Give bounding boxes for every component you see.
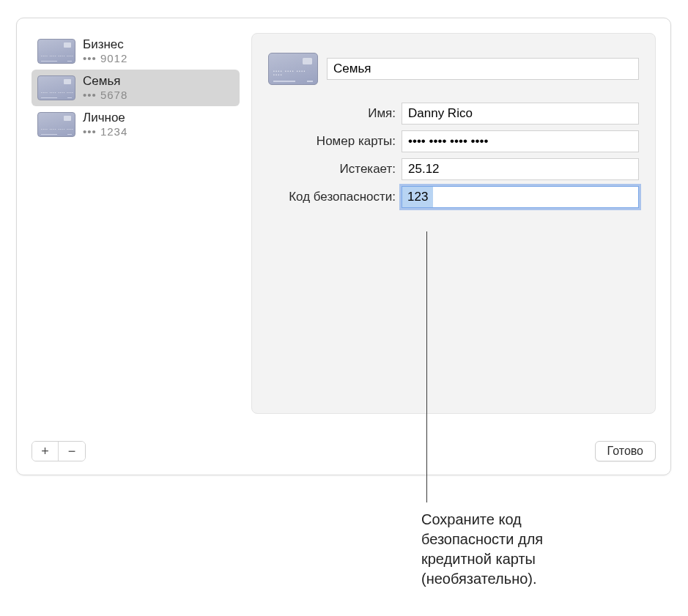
card-info: Личное ••• 1234 (83, 111, 127, 138)
security-code-wrap: 123 (402, 186, 639, 208)
card-form: Имя: Номер карты: Истекает: Код безопасн… (268, 103, 639, 208)
detail-header: •••• •••• •••• •••• (268, 53, 639, 85)
credit-card-icon: •••• •••• •••• •••• (37, 112, 75, 137)
security-code-label: Код безопасности: (268, 190, 396, 204)
remove-button[interactable]: − (59, 442, 85, 461)
expires-label: Истекает: (268, 162, 396, 177)
card-last4: ••• 9012 (83, 52, 127, 65)
card-last4: ••• 1234 (83, 125, 127, 138)
card-list-sidebar: •••• •••• •••• •••• Бизнес ••• 9012 ••••… (32, 33, 240, 414)
card-info: Бизнес ••• 9012 (83, 37, 127, 65)
name-label: Имя: (268, 106, 396, 121)
expires-input[interactable] (402, 158, 639, 180)
plus-icon: + (41, 444, 49, 459)
card-detail-panel: •••• •••• •••• •••• Имя: Номер карты: Ис… (251, 33, 656, 414)
card-list-item[interactable]: •••• •••• •••• •••• Личное ••• 1234 (32, 106, 240, 143)
bottom-bar: + − Готово (32, 441, 656, 461)
credit-card-icon: •••• •••• •••• •••• (268, 53, 318, 85)
callout-leader-line (426, 231, 427, 502)
add-remove-group: + − (32, 441, 86, 461)
credit-card-dialog: •••• •••• •••• •••• Бизнес ••• 9012 ••••… (16, 18, 671, 475)
add-button[interactable]: + (32, 442, 59, 461)
card-name: Семья (83, 74, 127, 89)
card-info: Семья ••• 5678 (83, 74, 127, 102)
main-area: •••• •••• •••• •••• Бизнес ••• 9012 ••••… (17, 18, 670, 414)
card-name: Бизнес (83, 37, 127, 52)
done-button[interactable]: Готово (595, 441, 656, 461)
card-number-input[interactable] (402, 130, 639, 152)
card-title-input[interactable] (327, 58, 639, 80)
credit-card-icon: •••• •••• •••• •••• (37, 39, 75, 64)
card-number-label: Номер карты: (268, 134, 396, 149)
card-last4: ••• 5678 (83, 89, 127, 102)
card-list-item[interactable]: •••• •••• •••• •••• Бизнес ••• 9012 (32, 33, 240, 70)
cardholder-name-input[interactable] (402, 103, 639, 125)
callout-text: Сохраните код безопасности для кредитной… (421, 510, 604, 589)
card-name: Личное (83, 111, 127, 125)
security-code-input[interactable] (402, 186, 639, 208)
minus-icon: − (68, 444, 76, 459)
card-list-item[interactable]: •••• •••• •••• •••• Семья ••• 5678 (32, 70, 240, 106)
credit-card-icon: •••• •••• •••• •••• (37, 75, 75, 100)
